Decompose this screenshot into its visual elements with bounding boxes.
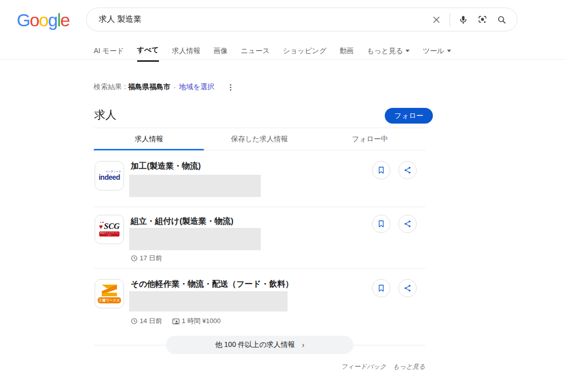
- logo-letter: o: [30, 10, 39, 30]
- koujou-works-logo[interactable]: 工場ワークス: [95, 279, 124, 308]
- share-job-button[interactable]: [398, 215, 417, 233]
- more-jobs-button[interactable]: 他 100 件以上の求人情報 ›: [166, 336, 353, 354]
- separator: ·: [174, 83, 176, 91]
- job-title-link[interactable]: 組立・組付け(製造業・物流): [131, 216, 233, 227]
- redacted-snippet: [129, 291, 288, 311]
- posted-date: 17 日前: [131, 254, 162, 263]
- follow-button[interactable]: フォロー: [385, 108, 433, 124]
- more-jobs-label: 他 100 件以上の求人情報: [215, 340, 295, 349]
- google-search-results-page: Google 求人 製造業 AI モード すべて 求人情報 画像 ニュース ショ…: [0, 0, 565, 392]
- tab-saved-jobs[interactable]: 保存した求人情報: [204, 128, 314, 150]
- search-input[interactable]: 求人 製造業: [99, 14, 430, 25]
- indeed-kana-label: インディード: [103, 170, 124, 173]
- job-title-link[interactable]: 加工(製造業・物流): [131, 161, 201, 172]
- clock-icon: [131, 255, 138, 262]
- tab-label: もっと見る: [367, 47, 403, 56]
- scg-heart-icon: ♥: [99, 223, 103, 230]
- salary-info: 1 時間 ¥1000: [172, 317, 221, 326]
- clock-icon: [131, 318, 138, 325]
- logo-letter: g: [48, 10, 57, 30]
- scg-logo[interactable]: ♥ SCG 総合キャリアオプション: [95, 215, 124, 244]
- job-row: インディード indeed 加工(製造業・物流): [94, 152, 425, 207]
- choose-region-link[interactable]: 地域を選択: [179, 83, 214, 92]
- voice-search-icon[interactable]: [457, 14, 469, 26]
- clear-search-icon[interactable]: [430, 14, 442, 26]
- job-row: ♥ SCG 総合キャリアオプション 組立・組付け(製造業・物流) 17 日前: [94, 207, 425, 268]
- koujou-works-z-icon: [100, 284, 118, 297]
- indeed-logo[interactable]: インディード indeed: [95, 161, 124, 190]
- search-divider: [450, 13, 450, 26]
- chevron-down-icon: [406, 50, 410, 52]
- jobs-panel-tabs: 求人情報 保存した求人情報 フォロー中: [94, 128, 425, 150]
- chevron-right-icon: ›: [302, 341, 304, 349]
- tab-following[interactable]: フォロー中: [315, 128, 425, 150]
- save-job-button[interactable]: [372, 279, 390, 297]
- logo-letter: o: [39, 10, 48, 30]
- results-label: 検索結果 :: [94, 83, 126, 92]
- scg-chip-label: 総合キャリアオプション: [99, 231, 119, 237]
- koujou-works-label: 工場ワークス: [98, 297, 121, 303]
- tab-label: 画像: [214, 47, 228, 56]
- google-lens-icon[interactable]: [476, 14, 489, 26]
- jobs-panel-title: 求人: [94, 107, 116, 123]
- save-job-button[interactable]: [372, 161, 390, 179]
- header-divider: [0, 59, 565, 60]
- share-job-button[interactable]: [398, 161, 417, 179]
- tab-label: すべて: [137, 46, 159, 55]
- job-title-link[interactable]: その他軽作業・物流・配送（フード・飲料）: [131, 279, 294, 290]
- tab-label: ショッピング: [283, 47, 327, 56]
- tab-label: フォロー中: [352, 135, 388, 144]
- chevron-down-icon: [447, 50, 451, 52]
- tab-job-listings[interactable]: 求人情報: [94, 128, 204, 150]
- save-job-button[interactable]: [372, 215, 390, 233]
- google-logo[interactable]: Google: [17, 10, 69, 30]
- redacted-snippet: [129, 175, 261, 197]
- tab-label: ニュース: [241, 47, 270, 56]
- search-submit-icon[interactable]: [496, 14, 508, 26]
- location-value: 福島県福島市: [128, 83, 171, 92]
- results-location-bar: 検索結果 : 福島県福島市 · 地域を選択: [94, 83, 234, 92]
- posted-date: 14 日前: [131, 317, 162, 326]
- redacted-snippet: [129, 228, 261, 250]
- scg-wordmark: SCG: [104, 222, 119, 230]
- job-row: 工場ワークス その他軽作業・物流・配送（フード・飲料） 14 日前 1 時間 ¥…: [94, 268, 425, 336]
- salary-icon: [172, 318, 180, 325]
- kebab-menu-icon[interactable]: [227, 83, 234, 92]
- tab-label: 求人情報: [172, 47, 200, 56]
- tab-label: ツール: [423, 47, 445, 56]
- panel-footer: フィードバック もっと見る: [94, 363, 425, 371]
- tab-label: 保存した求人情報: [231, 135, 288, 144]
- share-job-button[interactable]: [398, 279, 417, 297]
- tab-label: 動画: [340, 47, 354, 56]
- logo-letter: e: [60, 10, 69, 30]
- see-more-link[interactable]: もっと見る: [393, 363, 425, 370]
- logo-letter: G: [17, 10, 30, 30]
- tab-label: 求人情報: [135, 135, 163, 144]
- active-tab-indicator: [94, 149, 204, 150]
- feedback-link[interactable]: フィードバック: [341, 363, 386, 370]
- indeed-wordmark: indeed: [99, 173, 120, 181]
- search-box[interactable]: 求人 製造業: [86, 8, 517, 31]
- tab-label: AI モード: [94, 47, 124, 56]
